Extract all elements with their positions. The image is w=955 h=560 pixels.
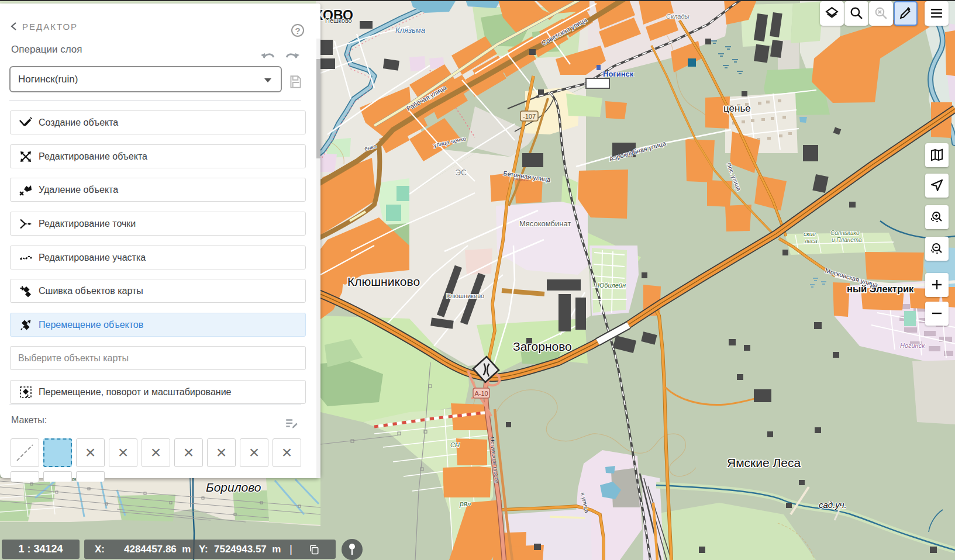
- svg-text:Ногинск: Ногинск: [603, 70, 634, 78]
- svg-text:Ямские Леса: Ямские Леса: [727, 456, 801, 469]
- svg-text:ря»: ря»: [459, 500, 471, 508]
- svg-text:Борилово: Борилово: [206, 481, 261, 494]
- svg-text:СН: СН: [450, 441, 460, 448]
- svg-text:Юбилейн: Юбилейн: [598, 282, 626, 289]
- svg-text:Ногинск: Ногинск: [900, 342, 925, 349]
- svg-text:леса: леса: [804, 238, 818, 244]
- svg-text:Клюшниково: Клюшниково: [347, 275, 420, 288]
- svg-text:Солнышко: Солнышко: [830, 230, 860, 236]
- svg-text:ские: ские: [804, 231, 816, 237]
- svg-text:Склады: Склады: [666, 13, 689, 20]
- svg-text:Мясокомбинат: Мясокомбинат: [519, 219, 571, 228]
- svg-text:ный Электрик: ный Электрик: [847, 284, 914, 294]
- svg-text:Пешково: Пешково: [325, 17, 352, 24]
- svg-text:Клязьма: Клязьма: [395, 26, 425, 34]
- svg-text:Клюшниково: Клюшниково: [446, 292, 484, 299]
- svg-text:ценье: ценье: [723, 103, 751, 114]
- svg-text:ЭС: ЭС: [455, 168, 467, 177]
- svg-text:и Планета: и Планета: [832, 237, 862, 243]
- svg-text:-107: -107: [523, 113, 536, 120]
- svg-text:А-10: А-10: [474, 390, 488, 397]
- svg-text:Загорново: Загорново: [513, 340, 572, 353]
- svg-text:сад.уч.: сад.уч.: [819, 500, 847, 510]
